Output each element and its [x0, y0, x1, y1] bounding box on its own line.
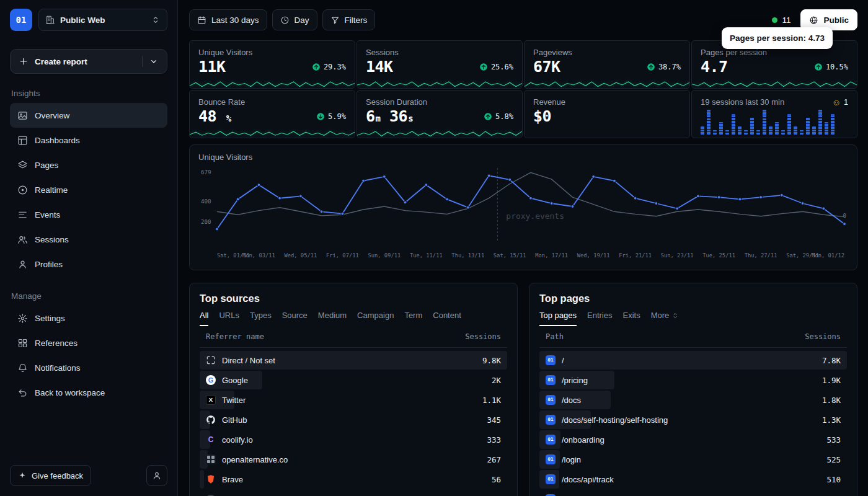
tab-campaign[interactable]: Campaign [357, 311, 394, 326]
metric-card-19-sessions-last-30-min[interactable]: 19 sessions last 30 min ☺1 [691, 90, 857, 138]
openpanel-favicon: 01 [546, 454, 556, 464]
person-icon [152, 471, 162, 480]
table-row[interactable]: 01/login525 [539, 450, 847, 469]
metric-sparkline [357, 129, 522, 138]
metric-card-session-duration[interactable]: Session Duration 6m 36s 5.8% [356, 90, 523, 138]
chart-title: Unique Visitors [198, 153, 848, 162]
sidebar-item-events[interactable]: Events [10, 202, 167, 227]
metrics-grid: Unique Visitors 11K 29.3% Sessions 14K 2… [189, 40, 857, 138]
tab-all[interactable]: All [200, 311, 208, 326]
bottom-panels: Top sources AllURLsTypesSourceMediumCamp… [189, 283, 857, 496]
table-row[interactable]: 01/pricing1.9K [539, 371, 847, 389]
app-logo[interactable]: 01 [10, 9, 32, 31]
metric-change: 10.5% [814, 63, 848, 71]
session-bar [713, 130, 717, 135]
create-report-label: Create report [35, 57, 87, 66]
table-row[interactable]: 01 [539, 490, 847, 496]
sidebar-item-back-to-workspace[interactable]: Back to workspace [10, 380, 167, 405]
sources-tabs: AllURLsTypesSourceMediumCampaignTermCont… [200, 311, 507, 326]
tab-urls[interactable]: URLs [219, 311, 239, 326]
workspace-selector[interactable]: Public Web [38, 9, 167, 31]
live-visitors[interactable]: 11 [772, 16, 790, 25]
session-bar [806, 118, 810, 135]
row-value: 1.8K [822, 396, 841, 405]
visitors-chart[interactable]: 6794002000proxy.eventsSat, 01/11Mon, 03/… [198, 163, 848, 267]
sidebar-item-label: Notifications [35, 363, 81, 373]
session-bar [738, 126, 742, 135]
tab-term[interactable]: Term [404, 311, 422, 326]
svg-text:679: 679 [201, 169, 211, 175]
sidebar-item-overview[interactable]: Overview [10, 103, 167, 128]
sidebar-item-realtime[interactable]: Realtime [10, 177, 167, 202]
row-value: 345 [487, 415, 501, 425]
active-visitor-badge: ☺1 [832, 98, 848, 107]
panel-title: Top pages [539, 292, 847, 304]
chevron-down-icon[interactable] [149, 56, 159, 66]
pages-rows: 01/7.8K01/pricing1.9K01/docs1.8K01/docs/… [539, 351, 847, 496]
dashboards-icon [17, 135, 28, 146]
svg-text:Fri, 21/11: Fri, 21/11 [619, 252, 652, 259]
sidebar-item-references[interactable]: References [10, 330, 167, 355]
metric-card-pageviews[interactable]: Pageviews 67K 38.7% [524, 40, 690, 89]
row-name: /docs/self-hosting/self-hosting [562, 415, 668, 425]
session-bar [800, 130, 804, 135]
table-row[interactable]: 01/docs/self-hosting/self-hosting1.3K [539, 410, 847, 429]
svg-text:0: 0 [843, 212, 846, 219]
tab-content[interactable]: Content [433, 311, 461, 326]
tab-top-pages[interactable]: Top pages [539, 311, 577, 326]
interval-button[interactable]: Day [272, 9, 317, 30]
sources-rows: Direct / Not set9.8KGGoogle2KXTwitter1.1… [200, 351, 507, 496]
metric-change: 5.9% [316, 112, 346, 121]
table-row[interactable]: 01/7.8K [539, 351, 847, 370]
column-name: Referrer name [206, 332, 264, 341]
table-row[interactable]: 01/docs1.8K [539, 391, 847, 409]
table-row[interactable]: Direct / Not set9.8K [200, 351, 507, 370]
tab-entries[interactable]: Entries [587, 311, 612, 326]
date-range-label: Last 30 days [211, 16, 259, 25]
metric-card-unique-visitors[interactable]: Unique Visitors 11K 29.3% [189, 40, 355, 89]
svg-text:proxy.events: proxy.events [506, 211, 564, 221]
create-report-button[interactable]: Create report [10, 49, 167, 74]
table-row[interactable]: XTwitter1.1K [200, 391, 507, 409]
sidebar-item-dashboards[interactable]: Dashboards [10, 128, 167, 153]
filters-button[interactable]: Filters [322, 9, 376, 30]
row-name: /docs/api/track [562, 475, 614, 484]
table-row[interactable]: Brave56 [200, 470, 507, 489]
metric-change-value: 10.5% [826, 63, 848, 71]
tab-medium[interactable]: Medium [318, 311, 347, 326]
table-row[interactable]: openalternative.co267 [200, 450, 507, 469]
sidebar: 01 Public Web Create report Insights [0, 0, 178, 496]
metric-card-revenue[interactable]: Revenue $0 [524, 90, 690, 138]
sidebar-item-profiles[interactable]: Profiles [10, 252, 167, 277]
tab-exits[interactable]: Exits [622, 311, 640, 326]
metric-card-bounce-rate[interactable]: Bounce Rate 48 % 5.9% [189, 90, 355, 138]
metric-sparkline [692, 79, 857, 89]
metric-value: $0 [533, 107, 551, 125]
sidebar-item-pages[interactable]: Pages [10, 153, 167, 177]
tab-source[interactable]: Source [282, 311, 308, 326]
filter-icon [330, 16, 340, 25]
table-row[interactable]: 01/docs/api/track510 [539, 470, 847, 489]
tab-types[interactable]: Types [250, 311, 272, 326]
sidebar-item-sessions[interactable]: Sessions [10, 227, 167, 252]
metric-label: 19 sessions last 30 min [701, 97, 784, 107]
sidebar-item-notifications[interactable]: Notifications [10, 355, 167, 380]
active-visitor-count: 1 [844, 98, 848, 107]
table-row[interactable] [200, 490, 507, 496]
main-content: Last 30 days Day Filters 11 [178, 0, 868, 496]
give-feedback-button[interactable]: Give feedback [10, 465, 91, 486]
sidebar-item-settings[interactable]: Settings [10, 306, 167, 330]
date-range-button[interactable]: Last 30 days [189, 9, 267, 30]
live-count: 11 [782, 16, 790, 25]
table-row[interactable]: Ccoolify.io333 [200, 430, 507, 449]
profile-button[interactable] [146, 465, 167, 486]
plus-icon [19, 56, 29, 66]
session-bar [812, 126, 816, 135]
metric-label: Pageviews [533, 48, 681, 57]
clock-icon [280, 16, 290, 25]
table-row[interactable]: GitHub345 [200, 410, 507, 429]
metric-card-sessions[interactable]: Sessions 14K 25.6% [356, 40, 523, 89]
table-row[interactable]: 01/onboarding533 [539, 430, 847, 449]
table-row[interactable]: GGoogle2K [200, 371, 507, 389]
tab-more[interactable]: More [651, 311, 680, 326]
